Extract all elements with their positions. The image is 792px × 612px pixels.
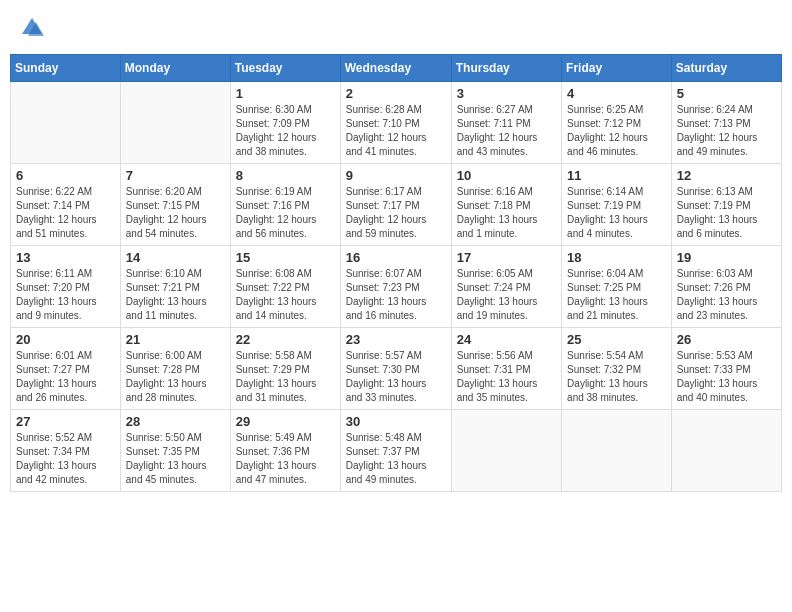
- calendar-cell: 8Sunrise: 6:19 AM Sunset: 7:16 PM Daylig…: [230, 164, 340, 246]
- day-info: Sunrise: 6:24 AM Sunset: 7:13 PM Dayligh…: [677, 103, 776, 159]
- calendar-cell: 30Sunrise: 5:48 AM Sunset: 7:37 PM Dayli…: [340, 410, 451, 492]
- logo: [18, 14, 50, 42]
- calendar-cell: 13Sunrise: 6:11 AM Sunset: 7:20 PM Dayli…: [11, 246, 121, 328]
- day-number: 26: [677, 332, 776, 347]
- day-number: 30: [346, 414, 446, 429]
- day-number: 11: [567, 168, 666, 183]
- week-row-1: 1Sunrise: 6:30 AM Sunset: 7:09 PM Daylig…: [11, 82, 782, 164]
- calendar-cell: [11, 82, 121, 164]
- day-info: Sunrise: 5:48 AM Sunset: 7:37 PM Dayligh…: [346, 431, 446, 487]
- day-info: Sunrise: 5:50 AM Sunset: 7:35 PM Dayligh…: [126, 431, 225, 487]
- day-info: Sunrise: 6:04 AM Sunset: 7:25 PM Dayligh…: [567, 267, 666, 323]
- day-info: Sunrise: 6:19 AM Sunset: 7:16 PM Dayligh…: [236, 185, 335, 241]
- day-info: Sunrise: 6:17 AM Sunset: 7:17 PM Dayligh…: [346, 185, 446, 241]
- day-number: 21: [126, 332, 225, 347]
- day-number: 17: [457, 250, 556, 265]
- calendar-cell: 27Sunrise: 5:52 AM Sunset: 7:34 PM Dayli…: [11, 410, 121, 492]
- calendar-cell: 4Sunrise: 6:25 AM Sunset: 7:12 PM Daylig…: [562, 82, 672, 164]
- week-row-5: 27Sunrise: 5:52 AM Sunset: 7:34 PM Dayli…: [11, 410, 782, 492]
- calendar-cell: 19Sunrise: 6:03 AM Sunset: 7:26 PM Dayli…: [671, 246, 781, 328]
- calendar-cell: 17Sunrise: 6:05 AM Sunset: 7:24 PM Dayli…: [451, 246, 561, 328]
- day-info: Sunrise: 6:20 AM Sunset: 7:15 PM Dayligh…: [126, 185, 225, 241]
- day-number: 29: [236, 414, 335, 429]
- calendar-cell: 1Sunrise: 6:30 AM Sunset: 7:09 PM Daylig…: [230, 82, 340, 164]
- day-info: Sunrise: 6:27 AM Sunset: 7:11 PM Dayligh…: [457, 103, 556, 159]
- calendar-cell: 12Sunrise: 6:13 AM Sunset: 7:19 PM Dayli…: [671, 164, 781, 246]
- calendar-cell: 6Sunrise: 6:22 AM Sunset: 7:14 PM Daylig…: [11, 164, 121, 246]
- day-number: 19: [677, 250, 776, 265]
- day-number: 16: [346, 250, 446, 265]
- calendar-cell: [562, 410, 672, 492]
- day-info: Sunrise: 5:58 AM Sunset: 7:29 PM Dayligh…: [236, 349, 335, 405]
- calendar-cell: [671, 410, 781, 492]
- day-info: Sunrise: 6:30 AM Sunset: 7:09 PM Dayligh…: [236, 103, 335, 159]
- logo-icon: [18, 14, 46, 42]
- calendar-cell: 14Sunrise: 6:10 AM Sunset: 7:21 PM Dayli…: [120, 246, 230, 328]
- day-info: Sunrise: 6:01 AM Sunset: 7:27 PM Dayligh…: [16, 349, 115, 405]
- day-number: 1: [236, 86, 335, 101]
- calendar-cell: 11Sunrise: 6:14 AM Sunset: 7:19 PM Dayli…: [562, 164, 672, 246]
- calendar-cell: [120, 82, 230, 164]
- day-info: Sunrise: 6:10 AM Sunset: 7:21 PM Dayligh…: [126, 267, 225, 323]
- day-number: 5: [677, 86, 776, 101]
- weekday-header-thursday: Thursday: [451, 55, 561, 82]
- day-number: 22: [236, 332, 335, 347]
- day-number: 18: [567, 250, 666, 265]
- weekday-header-wednesday: Wednesday: [340, 55, 451, 82]
- day-number: 9: [346, 168, 446, 183]
- day-number: 27: [16, 414, 115, 429]
- day-number: 14: [126, 250, 225, 265]
- calendar-cell: 15Sunrise: 6:08 AM Sunset: 7:22 PM Dayli…: [230, 246, 340, 328]
- day-info: Sunrise: 6:16 AM Sunset: 7:18 PM Dayligh…: [457, 185, 556, 241]
- day-info: Sunrise: 6:08 AM Sunset: 7:22 PM Dayligh…: [236, 267, 335, 323]
- day-number: 23: [346, 332, 446, 347]
- weekday-header-tuesday: Tuesday: [230, 55, 340, 82]
- day-number: 20: [16, 332, 115, 347]
- weekday-header-saturday: Saturday: [671, 55, 781, 82]
- day-info: Sunrise: 5:52 AM Sunset: 7:34 PM Dayligh…: [16, 431, 115, 487]
- calendar-table: SundayMondayTuesdayWednesdayThursdayFrid…: [10, 54, 782, 492]
- calendar-cell: 5Sunrise: 6:24 AM Sunset: 7:13 PM Daylig…: [671, 82, 781, 164]
- page-header: [10, 10, 782, 46]
- calendar-cell: 3Sunrise: 6:27 AM Sunset: 7:11 PM Daylig…: [451, 82, 561, 164]
- day-info: Sunrise: 5:57 AM Sunset: 7:30 PM Dayligh…: [346, 349, 446, 405]
- day-number: 10: [457, 168, 556, 183]
- calendar-cell: 7Sunrise: 6:20 AM Sunset: 7:15 PM Daylig…: [120, 164, 230, 246]
- calendar-cell: 21Sunrise: 6:00 AM Sunset: 7:28 PM Dayli…: [120, 328, 230, 410]
- day-info: Sunrise: 6:13 AM Sunset: 7:19 PM Dayligh…: [677, 185, 776, 241]
- day-number: 12: [677, 168, 776, 183]
- day-number: 25: [567, 332, 666, 347]
- calendar-cell: 22Sunrise: 5:58 AM Sunset: 7:29 PM Dayli…: [230, 328, 340, 410]
- day-info: Sunrise: 5:49 AM Sunset: 7:36 PM Dayligh…: [236, 431, 335, 487]
- day-info: Sunrise: 6:22 AM Sunset: 7:14 PM Dayligh…: [16, 185, 115, 241]
- week-row-4: 20Sunrise: 6:01 AM Sunset: 7:27 PM Dayli…: [11, 328, 782, 410]
- day-number: 4: [567, 86, 666, 101]
- day-info: Sunrise: 6:05 AM Sunset: 7:24 PM Dayligh…: [457, 267, 556, 323]
- calendar-cell: 29Sunrise: 5:49 AM Sunset: 7:36 PM Dayli…: [230, 410, 340, 492]
- calendar-cell: 20Sunrise: 6:01 AM Sunset: 7:27 PM Dayli…: [11, 328, 121, 410]
- weekday-header-sunday: Sunday: [11, 55, 121, 82]
- calendar-cell: 28Sunrise: 5:50 AM Sunset: 7:35 PM Dayli…: [120, 410, 230, 492]
- day-info: Sunrise: 5:56 AM Sunset: 7:31 PM Dayligh…: [457, 349, 556, 405]
- day-info: Sunrise: 5:53 AM Sunset: 7:33 PM Dayligh…: [677, 349, 776, 405]
- day-info: Sunrise: 6:25 AM Sunset: 7:12 PM Dayligh…: [567, 103, 666, 159]
- calendar-cell: 25Sunrise: 5:54 AM Sunset: 7:32 PM Dayli…: [562, 328, 672, 410]
- day-info: Sunrise: 6:00 AM Sunset: 7:28 PM Dayligh…: [126, 349, 225, 405]
- weekday-header-friday: Friday: [562, 55, 672, 82]
- calendar-cell: 10Sunrise: 6:16 AM Sunset: 7:18 PM Dayli…: [451, 164, 561, 246]
- day-info: Sunrise: 6:14 AM Sunset: 7:19 PM Dayligh…: [567, 185, 666, 241]
- calendar-cell: 16Sunrise: 6:07 AM Sunset: 7:23 PM Dayli…: [340, 246, 451, 328]
- week-row-2: 6Sunrise: 6:22 AM Sunset: 7:14 PM Daylig…: [11, 164, 782, 246]
- calendar-cell: 24Sunrise: 5:56 AM Sunset: 7:31 PM Dayli…: [451, 328, 561, 410]
- day-number: 24: [457, 332, 556, 347]
- day-info: Sunrise: 6:03 AM Sunset: 7:26 PM Dayligh…: [677, 267, 776, 323]
- calendar-cell: 2Sunrise: 6:28 AM Sunset: 7:10 PM Daylig…: [340, 82, 451, 164]
- day-number: 3: [457, 86, 556, 101]
- week-row-3: 13Sunrise: 6:11 AM Sunset: 7:20 PM Dayli…: [11, 246, 782, 328]
- weekday-header-row: SundayMondayTuesdayWednesdayThursdayFrid…: [11, 55, 782, 82]
- day-info: Sunrise: 6:07 AM Sunset: 7:23 PM Dayligh…: [346, 267, 446, 323]
- day-number: 8: [236, 168, 335, 183]
- calendar-cell: 18Sunrise: 6:04 AM Sunset: 7:25 PM Dayli…: [562, 246, 672, 328]
- day-info: Sunrise: 5:54 AM Sunset: 7:32 PM Dayligh…: [567, 349, 666, 405]
- day-info: Sunrise: 6:11 AM Sunset: 7:20 PM Dayligh…: [16, 267, 115, 323]
